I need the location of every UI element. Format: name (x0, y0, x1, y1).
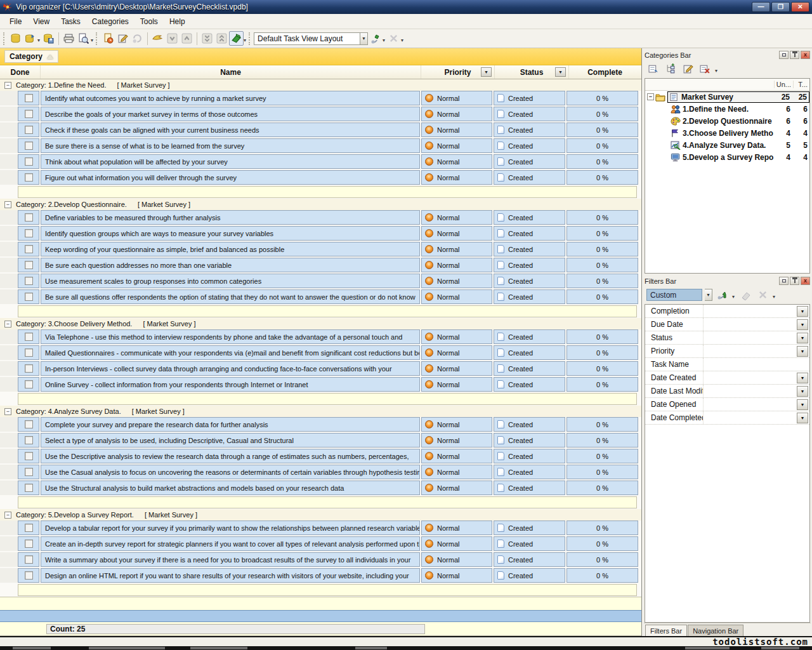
task-name-cell[interactable]: Use the Casual analysis to focus on unco… (41, 465, 420, 479)
collapse-group-icon[interactable]: − (4, 408, 11, 415)
task-name-cell[interactable]: Use measurement scales to group response… (41, 274, 420, 288)
table-row[interactable]: Identify question groups which are ways … (0, 226, 641, 241)
priority-cell[interactable]: Normal (421, 154, 492, 169)
table-row[interactable]: Use the Descriptive analysis to review t… (0, 449, 641, 463)
tree-item[interactable]: 4.Analyze Survey Data.55 (645, 139, 809, 151)
filters-restore-button[interactable] (779, 277, 789, 285)
apply-filter-button[interactable] (715, 288, 730, 302)
category-group-header[interactable]: −Category: 4.Analyze Survey Data.[ Marke… (0, 406, 641, 417)
status-cell[interactable]: Created (494, 289, 565, 304)
open-database-button[interactable] (23, 31, 37, 46)
priority-cell[interactable]: Normal (421, 329, 492, 344)
move-up-button[interactable] (180, 31, 194, 46)
new-task-button[interactable] (101, 31, 115, 46)
table-row[interactable]: Mailed Questionnaires - communicate with… (0, 345, 641, 360)
status-cell[interactable]: Created (494, 433, 565, 448)
priority-cell[interactable]: Normal (421, 289, 492, 304)
task-checkbox[interactable] (25, 555, 33, 564)
tree-column-uncompleted[interactable]: Un... (774, 81, 793, 88)
categories-restore-button[interactable] (779, 51, 789, 59)
menu-view[interactable]: View (27, 15, 55, 28)
table-row[interactable]: Use the Casual analysis to focus on unco… (0, 465, 641, 479)
tree-item[interactable]: 3.Choose Delivery Metho44 (645, 127, 809, 139)
add-subcategory-button[interactable] (664, 62, 678, 76)
task-checkbox[interactable] (25, 261, 33, 269)
delete-layout-button[interactable] (386, 31, 401, 46)
category-group-header[interactable]: −Category: 1.Define the Need.[ Market Su… (0, 79, 641, 91)
table-row[interactable]: Use measurement scales to group response… (0, 274, 641, 288)
menu-categories[interactable]: Categories (86, 15, 134, 28)
status-cell[interactable]: Created (494, 449, 565, 463)
task-name-cell[interactable]: Via Telephone - use this method to inter… (41, 329, 420, 344)
priority-cell[interactable]: Normal (421, 258, 492, 272)
tab-filters-bar[interactable]: Filters Bar (645, 625, 687, 636)
filter-preset-dropdown[interactable]: ▼ (705, 289, 712, 301)
table-row[interactable]: Figure out what information you will del… (0, 170, 641, 185)
priority-filter-button[interactable]: ▼ (481, 67, 492, 77)
task-checkbox[interactable] (25, 524, 33, 532)
menu-tools[interactable]: Tools (134, 15, 164, 28)
task-checkbox[interactable] (25, 213, 33, 222)
task-checkbox[interactable] (25, 452, 33, 460)
move-bottom-button[interactable] (200, 31, 214, 46)
table-row[interactable]: Select a type of analysis to be used, in… (0, 433, 641, 448)
task-name-cell[interactable]: Use the Descriptive analysis to review t… (41, 449, 420, 463)
restore-button[interactable]: ❐ (771, 2, 790, 12)
complete-task-button[interactable] (150, 31, 165, 46)
filter-dropdown-button[interactable]: ▼ (797, 373, 808, 383)
task-name-cell[interactable]: Use the Structural analysis to build mar… (41, 481, 420, 495)
edit-category-button[interactable] (681, 62, 695, 76)
status-cell[interactable]: Created (494, 107, 565, 121)
task-name-cell[interactable]: Create an in-depth survey report for str… (41, 536, 420, 551)
task-view-layout-combo[interactable]: Default Task View Layout (254, 32, 360, 45)
new-database-button[interactable] (8, 31, 23, 46)
table-row[interactable]: Check if these goals can be aligned with… (0, 123, 641, 137)
priority-cell[interactable]: Normal (421, 361, 492, 376)
table-row[interactable]: Be sure all questions offer respondents … (0, 289, 641, 304)
task-name-cell[interactable]: Identify question groups which are ways … (41, 226, 420, 241)
priority-cell[interactable]: Normal (421, 226, 492, 241)
filter-dropdown-button[interactable]: ▼ (797, 319, 808, 330)
status-cell[interactable]: Created (494, 552, 565, 567)
task-checkbox[interactable] (25, 380, 33, 388)
status-cell[interactable]: Created (494, 536, 565, 551)
task-name-cell[interactable]: In-person Interviews - collect survey da… (41, 361, 420, 376)
task-checkbox[interactable] (25, 277, 33, 285)
table-row[interactable]: Describe the goals of your market survey… (0, 107, 641, 121)
categories-close-button[interactable]: x (801, 51, 810, 59)
table-row[interactable]: Develop a tabular report for your survey… (0, 521, 641, 535)
filter-dropdown-button[interactable]: ▼ (797, 306, 808, 317)
status-cell[interactable]: Created (494, 258, 565, 272)
tab-navigation-bar[interactable]: Navigation Bar (688, 625, 743, 636)
filter-dropdown-button[interactable]: ▼ (797, 413, 808, 423)
table-row[interactable]: Design an online HTML report if you want… (0, 568, 641, 583)
priority-cell[interactable]: Normal (421, 481, 492, 495)
table-row[interactable]: Via Telephone - use this method to inter… (0, 329, 641, 344)
status-cell[interactable]: Created (494, 91, 565, 105)
status-cell[interactable]: Created (494, 329, 565, 344)
task-checkbox[interactable] (25, 364, 33, 373)
priority-cell[interactable]: Normal (421, 521, 492, 535)
task-name-cell[interactable]: Check if these goals can be aligned with… (41, 123, 420, 137)
table-row[interactable]: Use the Structural analysis to build mar… (0, 481, 641, 495)
minimize-button[interactable]: — (752, 2, 770, 12)
table-row[interactable]: Keep wording of your questionnaire as si… (0, 242, 641, 256)
priority-cell[interactable]: Normal (421, 433, 492, 448)
priority-cell[interactable]: Normal (421, 170, 492, 185)
category-group-header[interactable]: −Category: 3.Choose Delivery Method.[ Ma… (0, 318, 641, 329)
priority-cell[interactable]: Normal (421, 138, 492, 153)
table-row[interactable]: Think about what population will be affe… (0, 154, 641, 169)
priority-cell[interactable]: Normal (421, 107, 492, 121)
toolbar-more-caret[interactable]: ▾ (401, 37, 403, 43)
task-checkbox[interactable] (25, 293, 33, 301)
priority-cell[interactable]: Normal (421, 242, 492, 256)
task-name-cell[interactable]: Be sure each question addresses no more … (41, 258, 420, 272)
table-row[interactable]: Online Survey - collect information from… (0, 377, 641, 392)
task-name-cell[interactable]: Mailed Questionnaires - communicate with… (41, 345, 420, 360)
table-row[interactable]: Write a summary about your survey if the… (0, 552, 641, 567)
task-name-cell[interactable]: Describe the goals of your market survey… (41, 107, 420, 121)
task-name-cell[interactable]: Develop a tabular report for your survey… (41, 521, 420, 535)
filter-value-field[interactable] (704, 371, 797, 384)
task-checkbox[interactable] (25, 126, 33, 134)
status-cell[interactable]: Created (494, 154, 565, 169)
